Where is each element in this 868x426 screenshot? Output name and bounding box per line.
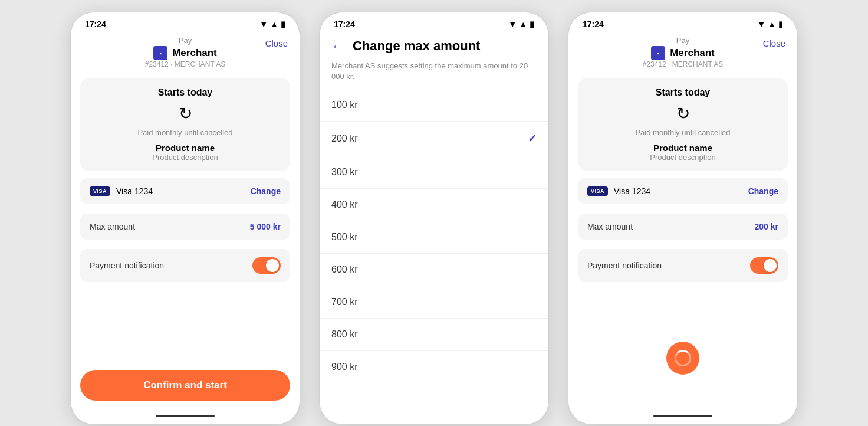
amount-list: 100 kr 200 kr ✓ 300 kr 400 kr 500 kr 600… [320, 89, 548, 424]
amount-value-100: 100 kr [331, 100, 357, 110]
paid-monthly-3: Paid monthly until cancelled [587, 128, 778, 137]
merchant-icon-1: ▪ [153, 46, 167, 60]
amount-value-700: 700 kr [331, 297, 357, 307]
merchant-sub-1: #23412 · MERCHANT AS [83, 60, 288, 68]
amount-value-400: 400 kr [331, 199, 357, 210]
pay-label-1: Pay [83, 36, 288, 45]
sync-icon-1: ↻ [90, 104, 281, 123]
payment-notification-row-3: Payment notification [578, 249, 788, 282]
amount-value-600: 600 kr [331, 264, 357, 275]
phone-3: 17:24 ▼ ▲ ▮ Pay ▪ Merchant #23412 · MERC… [568, 12, 798, 425]
product-desc-1: Product description [90, 153, 281, 162]
toggle-knob-3 [764, 259, 777, 272]
signal-icon-3: ▼ [757, 19, 765, 29]
max-amount-label-1: Max amount [90, 222, 135, 231]
visa-number-3: Visa 1234 [614, 186, 650, 196]
amount-value-200: 200 kr [331, 133, 357, 144]
visa-badge-3: VISA [587, 186, 608, 196]
max-amount-value-1: 5 000 kr [250, 222, 281, 231]
starts-today-1: Starts today [90, 87, 281, 98]
payment-notification-label-1: Payment notification [90, 261, 164, 270]
paid-monthly-1: Paid monthly until cancelled [90, 128, 281, 137]
time-2: 17:24 [334, 19, 355, 29]
change-card-button-3[interactable]: Change [748, 186, 778, 196]
amount-item-300[interactable]: 300 kr [320, 156, 548, 189]
close-button-1[interactable]: Close [265, 38, 288, 48]
spinner-ring [675, 350, 691, 366]
merchant-name-1: Merchant [172, 47, 217, 59]
payment-notification-label-3: Payment notification [587, 261, 662, 270]
phone2-subtitle: Merchant AS suggests setting the maximum… [320, 61, 548, 89]
back-button[interactable]: ← [331, 40, 343, 53]
visa-number-1: Visa 1234 [116, 186, 153, 196]
status-bar-1: 17:24 ▼ ▲ ▮ [71, 12, 300, 31]
starts-today-3: Starts today [587, 87, 778, 98]
time-3: 17:24 [583, 19, 604, 29]
phone-1: 17:24 ▼ ▲ ▮ Pay ▪ Merchant #23412 · MERC… [70, 12, 300, 425]
merchant-row-3: ▪ Merchant [580, 46, 785, 60]
battery-icon-2: ▮ [530, 19, 534, 29]
checkmark-200: ✓ [528, 132, 537, 145]
amount-item-700[interactable]: 700 kr [320, 286, 548, 319]
signal-icon-2: ▼ [508, 19, 517, 29]
phone-2: 17:24 ▼ ▲ ▮ ← Change max amount Merchant… [319, 12, 549, 425]
amount-item-900[interactable]: 900 kr [320, 351, 548, 383]
merchant-row-1: ▪ Merchant [83, 46, 288, 60]
max-amount-value-3: 200 kr [755, 222, 778, 231]
subscription-card-3: Starts today ↻ Paid monthly until cancel… [578, 78, 788, 171]
battery-icon-3: ▮ [778, 19, 783, 29]
close-button-3[interactable]: Close [763, 38, 785, 48]
amount-item-500[interactable]: 500 kr [320, 221, 548, 254]
product-name-3: Product name [587, 143, 778, 153]
visa-badge-1: VISA [90, 186, 110, 196]
subscription-card-1: Starts today ↻ Paid monthly until cancel… [80, 78, 290, 171]
max-amount-row-3[interactable]: Max amount 200 kr [578, 214, 788, 240]
visa-left-1: VISA Visa 1234 [90, 186, 153, 196]
status-icons-2: ▼ ▲ ▮ [508, 19, 534, 29]
max-amount-label-3: Max amount [587, 222, 633, 231]
amount-item-400[interactable]: 400 kr [320, 189, 548, 221]
phone3-header: Pay ▪ Merchant #23412 · MERCHANT AS Clos… [568, 31, 797, 76]
home-indicator-3 [653, 415, 712, 417]
change-card-button-1[interactable]: Change [251, 186, 281, 196]
signal-icon: ▼ [259, 19, 268, 29]
max-amount-row-1[interactable]: Max amount 5 000 kr [80, 214, 290, 240]
visa-row-1: VISA Visa 1234 Change [80, 178, 290, 204]
amount-value-500: 500 kr [331, 232, 357, 243]
payment-notification-toggle-3[interactable] [750, 257, 778, 274]
amount-item-600[interactable]: 600 kr [320, 254, 548, 286]
loading-spinner [666, 342, 699, 375]
status-icons-1: ▼ ▲ ▮ [259, 19, 285, 29]
payment-notification-toggle-1[interactable] [252, 257, 281, 274]
merchant-name-3: Merchant [670, 47, 715, 59]
amount-item-800[interactable]: 800 kr [320, 319, 548, 351]
product-desc-3: Product description [587, 153, 778, 162]
wifi-icon: ▲ [270, 19, 278, 29]
status-bar-3: 17:24 ▼ ▲ ▮ [568, 12, 797, 31]
amount-value-900: 900 kr [331, 362, 357, 372]
amount-item-100[interactable]: 100 kr [320, 89, 548, 122]
merchant-icon-3: ▪ [651, 46, 665, 60]
visa-left-3: VISA Visa 1234 [587, 186, 650, 196]
amount-value-300: 300 kr [331, 167, 357, 178]
product-name-1: Product name [90, 143, 281, 153]
amount-item-200[interactable]: 200 kr ✓ [320, 122, 548, 156]
payment-notification-row-1: Payment notification [80, 249, 290, 282]
visa-row-3: VISA Visa 1234 Change [578, 178, 788, 204]
status-icons-3: ▼ ▲ ▮ [757, 19, 783, 29]
sync-icon-3: ↻ [587, 104, 778, 123]
battery-icon: ▮ [281, 19, 285, 29]
confirm-start-button[interactable]: Confirm and start [80, 370, 290, 401]
toggle-knob-1 [266, 259, 279, 272]
home-indicator-1 [156, 415, 215, 417]
phone2-title: Change max amount [353, 38, 480, 54]
pay-label-3: Pay [580, 36, 785, 45]
wifi-icon-2: ▲ [519, 19, 527, 29]
amount-value-800: 800 kr [331, 329, 357, 340]
status-bar-2: 17:24 ▼ ▲ ▮ [320, 12, 548, 31]
phone2-header: ← Change max amount [320, 31, 548, 61]
time-1: 17:24 [85, 19, 106, 29]
merchant-sub-3: #23412 · MERCHANT AS [580, 60, 785, 68]
wifi-icon-3: ▲ [768, 19, 776, 29]
phone1-header: Pay ▪ Merchant #23412 · MERCHANT AS Clos… [71, 31, 300, 76]
